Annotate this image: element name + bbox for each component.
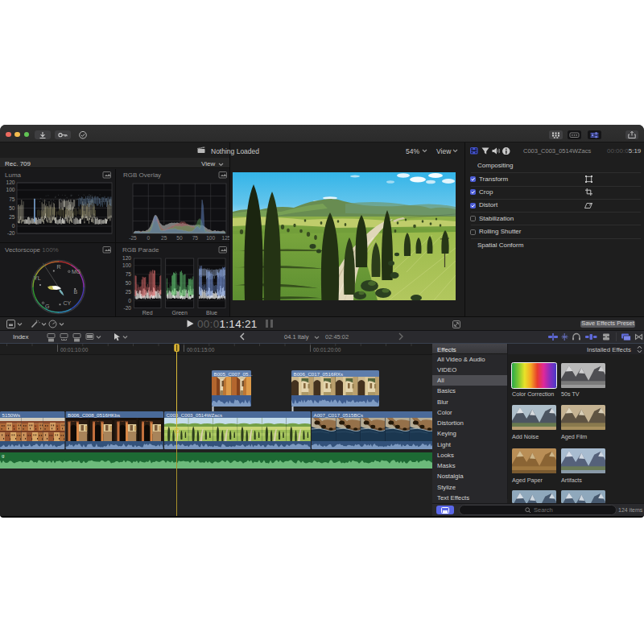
svg-text:75: 75 — [9, 196, 15, 202]
svg-text:25: 25 — [126, 289, 132, 295]
svg-text:0: 0 — [147, 235, 150, 241]
svg-text:120: 120 — [6, 180, 14, 185]
svg-text:100: 100 — [6, 187, 14, 192]
svg-text:120: 120 — [122, 255, 131, 261]
svg-text:RGB Overlay: RGB Overlay — [123, 171, 161, 179]
svg-text:Blue: Blue — [206, 310, 217, 316]
svg-text:C003_C003_0514WZacs: C003_C003_0514WZacs — [167, 412, 222, 418]
svg-text:50: 50 — [176, 235, 183, 241]
svg-text:0: 0 — [128, 298, 131, 303]
svg-text:-20: -20 — [7, 230, 15, 236]
svg-text:MG: MG — [72, 269, 80, 275]
svg-text:50: 50 — [9, 205, 15, 211]
svg-text:75: 75 — [192, 235, 199, 241]
svg-text:25: 25 — [9, 214, 15, 220]
svg-text:100: 100 — [122, 262, 131, 268]
svg-text:100: 100 — [206, 235, 215, 241]
svg-text:Vectorscope 100%: Vectorscope 100% — [5, 246, 59, 254]
svg-text:-25: -25 — [129, 235, 137, 241]
svg-text:B005_C007_05...: B005_C007_05... — [214, 371, 253, 377]
svg-text:g: g — [2, 452, 5, 458]
svg-text:0: 0 — [12, 223, 15, 229]
svg-text:G: G — [45, 303, 49, 309]
svg-text:00:01:15:00: 00:01:15:00 — [187, 347, 215, 353]
svg-text:25: 25 — [161, 235, 167, 241]
svg-text:00:01:20:00: 00:01:20:00 — [313, 347, 341, 353]
svg-text:-20: -20 — [123, 305, 131, 311]
svg-text:50: 50 — [126, 280, 132, 286]
svg-text:Red: Red — [142, 310, 153, 316]
svg-text:YL: YL — [34, 275, 41, 281]
svg-text:00:01:10:00: 00:01:10:00 — [60, 347, 89, 353]
svg-text:B006_C017_0516RXs: B006_C017_0516RXs — [294, 371, 344, 377]
svg-text:CY: CY — [64, 300, 72, 306]
svg-text:Luma: Luma — [5, 171, 22, 179]
svg-text:A007_C017_0515BCs: A007_C017_0515BCs — [314, 412, 364, 418]
svg-text:R: R — [57, 264, 61, 270]
svg-text:125: 125 — [221, 235, 229, 241]
svg-text:Green: Green — [171, 310, 188, 316]
svg-text:B006_C008_0516HKbs: B006_C008_0516HKbs — [68, 412, 120, 418]
svg-text:5150Ws: 5150Ws — [2, 412, 21, 418]
svg-text:RGB Parade: RGB Parade — [122, 246, 159, 254]
svg-text:75: 75 — [126, 271, 132, 277]
